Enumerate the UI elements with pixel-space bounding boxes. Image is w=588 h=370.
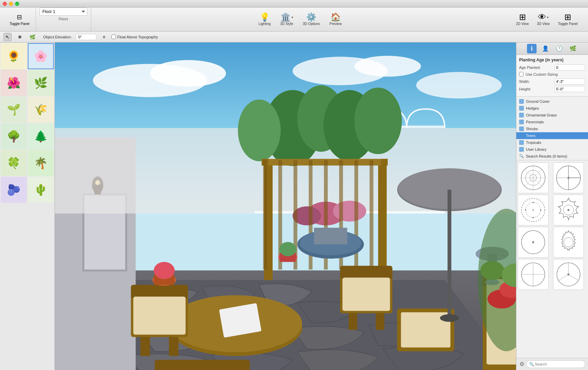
plant-diagram-4[interactable] bbox=[553, 195, 584, 225]
tropicals-label: Tropicals bbox=[526, 140, 541, 145]
plant-thumb-8[interactable]: 🌲 bbox=[28, 123, 54, 149]
person-icon: 👤 bbox=[542, 45, 549, 52]
float-above-checkbox[interactable] bbox=[111, 35, 116, 39]
svg-point-104 bbox=[567, 209, 569, 211]
plant-diagram-2[interactable] bbox=[553, 162, 584, 193]
plant-diagram-7[interactable] bbox=[518, 259, 549, 290]
3d-view-button[interactable]: 👁 ▾ 3D View bbox=[533, 12, 553, 27]
elevation-multi-icon[interactable]: ≡ bbox=[100, 34, 107, 40]
svg-point-100 bbox=[532, 217, 534, 218]
svg-rect-51 bbox=[133, 297, 186, 335]
svg-point-115 bbox=[567, 273, 569, 275]
svg-rect-55 bbox=[376, 313, 384, 330]
plant-thumb-3[interactable]: 🌺 bbox=[1, 70, 27, 96]
custom-sizing-checkbox[interactable] bbox=[519, 72, 524, 76]
3d-view-dropdown-icon: ▾ bbox=[547, 15, 549, 19]
folder-ground-cover-icon bbox=[519, 99, 524, 104]
snowflake-tool-button[interactable]: ❄ bbox=[16, 33, 24, 41]
svg-rect-53 bbox=[340, 266, 393, 279]
preview-button[interactable]: 🏠 Preview bbox=[326, 12, 345, 27]
plant-tool-button[interactable]: 🌿 bbox=[28, 33, 36, 41]
svg-point-98 bbox=[532, 209, 534, 211]
3d-options-button[interactable]: ⚙️ 3D Options bbox=[299, 12, 323, 27]
3d-style-label: 3D Style bbox=[280, 22, 293, 26]
plant-diagram-6[interactable] bbox=[553, 227, 584, 258]
svg-rect-26 bbox=[378, 161, 387, 280]
plant-thumb-1[interactable]: 🌻 bbox=[1, 43, 27, 69]
plant-thumb-4[interactable]: 🌿 bbox=[28, 70, 54, 96]
plant-thumb-7[interactable]: 🌳 bbox=[1, 123, 27, 149]
category-user-library[interactable]: User Library bbox=[516, 146, 588, 153]
2d-view-button[interactable]: ⊞ 2D View bbox=[513, 12, 532, 27]
plant-thumb-12[interactable]: 🌵 bbox=[28, 177, 54, 203]
folder-user-library-icon bbox=[519, 147, 524, 152]
svg-rect-38 bbox=[370, 160, 373, 270]
category-shrubs[interactable]: Shrubs bbox=[516, 125, 588, 132]
plant-thumb-10[interactable]: 🌴 bbox=[28, 150, 54, 176]
category-tropicals[interactable]: Tropicals bbox=[516, 139, 588, 146]
tab-info[interactable]: ℹ bbox=[527, 44, 537, 53]
category-hedges[interactable]: Hedges bbox=[516, 105, 588, 112]
tab-person[interactable]: 👤 bbox=[541, 44, 550, 53]
main-content: 🌻 🌸 🌺 🌿 🌱 🌾 🌳 🌲 🍀 🌴 🫐 🌵 bbox=[0, 42, 588, 370]
toggle-panel-left-button[interactable]: ⊟ Toggle Panel bbox=[7, 12, 32, 27]
svg-point-95 bbox=[567, 177, 569, 179]
tab-clock[interactable]: 🕐 bbox=[554, 44, 564, 53]
width-input[interactable] bbox=[554, 78, 585, 85]
float-above-label[interactable]: Float Above Topography bbox=[111, 35, 158, 39]
shrubs-label: Shrubs bbox=[526, 127, 538, 131]
elevation-input[interactable] bbox=[76, 34, 96, 40]
close-button[interactable] bbox=[3, 2, 7, 6]
plant-diagram-8[interactable] bbox=[553, 259, 584, 290]
search-wrapper: 🔍 bbox=[526, 360, 585, 368]
plant-thumb-5[interactable]: 🌱 bbox=[1, 97, 27, 123]
plant-tool-icon: 🌿 bbox=[29, 34, 35, 40]
maximize-button[interactable] bbox=[15, 2, 19, 6]
plant-diagram-5[interactable] bbox=[518, 227, 549, 258]
toggle-panel-right-icon: ⊞ bbox=[564, 13, 571, 21]
hedges-label: Hedges bbox=[526, 106, 539, 110]
diagram-svg-2 bbox=[555, 164, 582, 192]
folder-ornamental-grass-icon bbox=[519, 113, 524, 118]
age-planted-input[interactable] bbox=[554, 64, 585, 71]
viewport[interactable] bbox=[55, 42, 516, 370]
search-input[interactable] bbox=[526, 360, 585, 368]
category-ground-cover[interactable]: Ground Cover bbox=[516, 98, 588, 105]
diagram-svg-7 bbox=[519, 261, 547, 288]
bottom-search-bar: ⚙ 🔍 bbox=[516, 358, 588, 370]
svg-point-44 bbox=[279, 242, 296, 256]
plant-diagram-1[interactable] bbox=[518, 162, 549, 193]
search-results-label: Search Results (0 items) bbox=[526, 154, 567, 158]
pointer-tool-button[interactable]: ↖ bbox=[3, 33, 12, 41]
toggle-panel-right-button[interactable]: ⊞ Toggle Panel bbox=[554, 12, 581, 27]
svg-point-75 bbox=[480, 261, 504, 280]
plant-thumb-2[interactable]: 🌸 bbox=[28, 43, 54, 69]
toggle-panel-left-section: ⊟ Toggle Panel bbox=[3, 8, 36, 31]
plant-thumb-11[interactable]: 🫐 bbox=[1, 177, 27, 203]
lighting-button[interactable]: 💡 Lighting bbox=[255, 12, 274, 27]
floor-select[interactable]: Floor 1 Floor 2 Basement bbox=[39, 8, 87, 16]
3d-style-button[interactable]: 🏛️ ▾ 3D Style bbox=[277, 12, 297, 27]
window-controls bbox=[3, 2, 19, 6]
right-panel: ℹ 👤 🕐 🌿 Planting Age (in years) Age Plan… bbox=[516, 42, 588, 370]
tab-plant[interactable]: 🌿 bbox=[568, 44, 578, 53]
plant-grid-left: 🌻 🌸 🌺 🌿 🌱 🌾 🌳 🌲 🍀 🌴 🫐 🌵 bbox=[0, 42, 55, 204]
preview-icon: 🏠 bbox=[331, 13, 341, 21]
minimize-button[interactable] bbox=[9, 2, 13, 6]
height-input[interactable] bbox=[554, 86, 585, 92]
custom-sizing-label: Use Custom Sizing bbox=[526, 72, 558, 76]
category-ornamental-grass[interactable]: Ornamental Grass bbox=[516, 112, 588, 119]
category-trees[interactable]: Trees bbox=[516, 132, 588, 139]
subtoolbar: ↖ ❄ 🌿 Object Elevation: ≡ Float Above To… bbox=[0, 32, 588, 42]
3d-style-icon: 🏛️ bbox=[280, 13, 291, 21]
plant-thumb-9[interactable]: 🍀 bbox=[1, 150, 27, 176]
svg-point-4 bbox=[355, 56, 421, 77]
plant-icon: 🌿 bbox=[569, 45, 576, 52]
toolbar-center: 💡 Lighting 🏛️ ▾ 3D Style ⚙️ 3D Options 🏠… bbox=[91, 8, 509, 31]
gear-icon: ⚙ bbox=[519, 361, 524, 367]
settings-gear-button[interactable]: ⚙ bbox=[519, 360, 524, 368]
plant-thumb-6[interactable]: 🌾 bbox=[28, 97, 54, 123]
plant-diagram-3[interactable] bbox=[518, 195, 549, 225]
category-search-results[interactable]: 🔍 Search Results (0 items) bbox=[516, 153, 588, 159]
category-perennials[interactable]: Perennials bbox=[516, 119, 588, 125]
